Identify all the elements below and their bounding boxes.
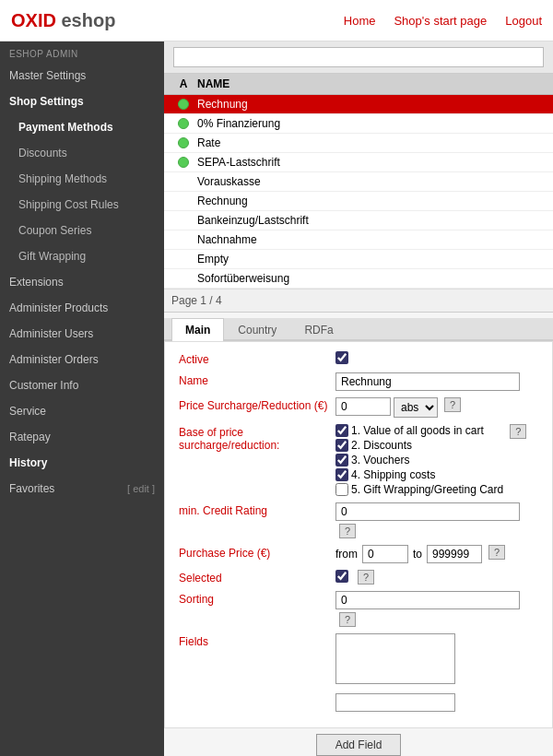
base-option-row-1: 2. Discounts [335, 439, 503, 452]
table-row[interactable]: Nachnahme [164, 230, 553, 250]
tab-main[interactable]: Main [171, 318, 224, 341]
form-row-base: Base of price surcharge/reduction: 1. Va… [179, 424, 538, 496]
base-control: 1. Value of all goods in cart 2. Discoun… [335, 424, 538, 496]
nav-shop-start[interactable]: Shop's start page [394, 14, 487, 28]
table-row[interactable]: SEPA-Lastschrift [164, 153, 553, 172]
active-checkbox[interactable] [335, 351, 348, 364]
sidebar-item-administer-users[interactable]: Administer Users [0, 321, 164, 347]
layout: ESHOP ADMIN Master Settings Shop Setting… [0, 41, 553, 756]
purchase-from-input[interactable] [362, 545, 408, 563]
tab-country[interactable]: Country [224, 318, 290, 341]
base-checkbox-2[interactable] [335, 454, 348, 467]
form-row-price: Price Surcharge/Reduction (€) abs% ? [179, 397, 538, 418]
row-name: Rate [197, 136, 547, 149]
fields-scroll-area [335, 633, 455, 687]
active-dot [178, 137, 189, 148]
sidebar-item-customer-info[interactable]: Customer Info [0, 372, 164, 398]
sidebar-item-gift-wrapping[interactable]: Gift Wrapping [0, 243, 164, 269]
sorting-input[interactable] [335, 591, 520, 609]
purchase-label: Purchase Price (€) [179, 545, 335, 560]
selected-help-btn[interactable]: ? [358, 570, 374, 585]
search-input[interactable] [173, 47, 544, 67]
credit-help-btn[interactable]: ? [339, 524, 356, 538]
nav-home[interactable]: Home [344, 14, 376, 28]
sidebar-item-extensions[interactable]: Extensions [0, 269, 164, 295]
form-row-selected: Selected ? [179, 570, 538, 585]
credit-input[interactable] [335, 502, 520, 521]
favorites-edit[interactable]: [ edit ] [127, 483, 155, 494]
sidebar-item-service[interactable]: Service [0, 398, 164, 424]
base-checkbox-4[interactable] [335, 483, 348, 496]
add-field-button[interactable]: Add Field [316, 734, 402, 756]
sorting-help-btn[interactable]: ? [339, 612, 356, 627]
price-type-select[interactable]: abs% [394, 397, 438, 418]
base-checkbox-0[interactable] [335, 424, 348, 437]
purchase-control: from to ? [335, 545, 538, 563]
from-to: from to [335, 545, 482, 563]
sidebar: ESHOP ADMIN Master Settings Shop Setting… [0, 41, 164, 756]
form-row-active: Active [179, 351, 538, 366]
price-label: Price Surcharge/Reduction (€) [179, 397, 335, 412]
table-row[interactable]: Bankeinzug/Lastschrift [164, 211, 553, 230]
base-option-label-3: 4. Shipping costs [351, 468, 435, 481]
tabs: MainCountryRDFa [164, 318, 553, 341]
sidebar-item-shipping-methods[interactable]: Shipping Methods [0, 166, 164, 192]
base-checkbox-1[interactable] [335, 439, 348, 452]
selected-checkbox[interactable] [335, 570, 348, 583]
selected-control: ? [335, 570, 538, 585]
sidebar-item-administer-products[interactable]: Administer Products [0, 295, 164, 321]
table-row[interactable]: Sofortüberweisung [164, 269, 553, 289]
base-option-label-2: 3. Vouchers [351, 454, 409, 467]
favorites-label: Favorites [9, 482, 54, 495]
sidebar-item-payment-methods[interactable]: Payment Methods [0, 114, 164, 140]
table-row[interactable]: Rechnung [164, 95, 553, 114]
row-active-indicator [170, 118, 197, 129]
search-bar-area [164, 41, 553, 74]
to-label: to [413, 548, 422, 561]
row-name: Rechnung [197, 98, 547, 111]
sidebar-item-administer-orders[interactable]: Administer Orders [0, 347, 164, 372]
sidebar-item-master-settings[interactable]: Master Settings [0, 63, 164, 89]
name-label: Name [179, 372, 335, 387]
fields-label: Fields [179, 633, 335, 648]
fields-textarea[interactable] [335, 633, 455, 684]
base-option-row-2: 3. Vouchers [335, 454, 503, 467]
row-name: SEPA-Lastschrift [197, 156, 547, 169]
name-control [335, 372, 538, 391]
price-help-btn[interactable]: ? [444, 397, 461, 412]
base-checkbox-3[interactable] [335, 468, 348, 481]
nav-links: Home Shop's start page Logout [344, 14, 542, 28]
name-input[interactable] [335, 372, 520, 391]
active-label: Active [179, 351, 335, 366]
sorting-control: ? [335, 591, 538, 627]
price-input[interactable] [335, 397, 391, 416]
row-name: Rechnung [197, 195, 547, 207]
sidebar-item-ratepay[interactable]: Ratepay [0, 424, 164, 450]
sidebar-item-coupon-series[interactable]: Coupon Series [0, 218, 164, 243]
table-row[interactable]: Rate [164, 134, 553, 153]
table-row[interactable]: Rechnung [164, 192, 553, 211]
base-option-label-1: 2. Discounts [351, 439, 412, 452]
table-row[interactable]: 0% Finanzierung [164, 114, 553, 134]
purchase-to-input[interactable] [427, 545, 482, 563]
logo-eshop: eshop [61, 10, 115, 30]
tab-rdfa[interactable]: RDFa [290, 318, 347, 341]
sidebar-item-shipping-cost-rules[interactable]: Shipping Cost Rules [0, 192, 164, 218]
credit-label: min. Credit Rating [179, 502, 335, 517]
col-header-a: A [170, 77, 197, 90]
logo-oxid: OXID [11, 10, 56, 30]
base-help-btn[interactable]: ? [510, 424, 526, 439]
table-row[interactable]: Empty [164, 250, 553, 269]
fields-text-input[interactable] [335, 693, 455, 712]
sidebar-item-discounts[interactable]: Discounts [0, 140, 164, 166]
price-control: abs% ? [335, 397, 538, 418]
sidebar-item-favorites[interactable]: Favorites [ edit ] [0, 476, 164, 502]
sidebar-section-title: ESHOP ADMIN [0, 41, 164, 63]
sidebar-item-shop-settings[interactable]: Shop Settings [0, 89, 164, 114]
purchase-help-btn[interactable]: ? [488, 545, 505, 560]
table-row[interactable]: Vorauskasse [164, 172, 553, 192]
main-content: A NAME Rechnung 0% Finanzierung Rate SEP… [164, 41, 553, 756]
sidebar-item-history[interactable]: History [0, 450, 164, 476]
form-row-purchase: Purchase Price (€) from to ? [179, 545, 538, 563]
nav-logout[interactable]: Logout [505, 14, 542, 28]
